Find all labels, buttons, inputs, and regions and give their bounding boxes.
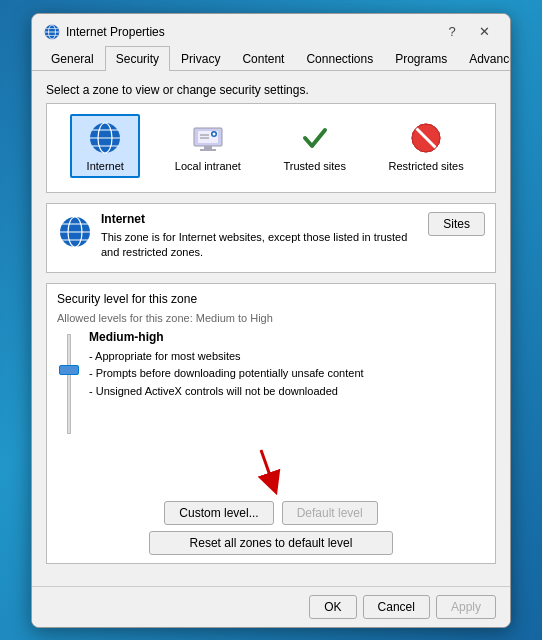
tab-advanced[interactable]: Advanced [458, 46, 511, 71]
arrow-indicator [57, 442, 485, 497]
window-title: Internet Properties [66, 25, 165, 39]
security-content: Medium-high - Appropriate for most websi… [57, 330, 485, 434]
restricted-sites-zone-label: Restricted sites [389, 160, 464, 172]
default-level-button[interactable]: Default level [282, 501, 378, 525]
zones-grid: Internet Local intranet [57, 114, 485, 178]
internet-zone-icon [87, 120, 123, 156]
bullet-3: - Unsigned ActiveX controls will not be … [89, 383, 485, 401]
internet-properties-dialog: Internet Properties ? ✕ General Security… [31, 13, 511, 628]
title-bar: Internet Properties ? ✕ [32, 14, 510, 46]
bullet-2: - Prompts before downloading potentially… [89, 365, 485, 383]
slider-thumb [59, 365, 79, 375]
sites-button[interactable]: Sites [428, 212, 485, 236]
zone-description-box: Internet This zone is for Internet websi… [46, 203, 496, 273]
reset-all-zones-button[interactable]: Reset all zones to default level [149, 531, 394, 555]
security-level-title: Security level for this zone [57, 292, 485, 306]
tab-privacy[interactable]: Privacy [170, 46, 231, 71]
zone-restricted-sites[interactable]: Restricted sites [381, 114, 472, 178]
help-button[interactable]: ? [438, 22, 466, 42]
local-intranet-zone-label: Local intranet [175, 160, 241, 172]
tab-security[interactable]: Security [105, 46, 170, 71]
title-controls: ? ✕ [438, 22, 498, 42]
security-bullets: - Appropriate for most websites - Prompt… [89, 348, 485, 401]
zones-section-label: Select a zone to view or change security… [46, 83, 496, 97]
security-level-name: Medium-high [89, 330, 485, 344]
ok-button[interactable]: OK [309, 595, 356, 619]
arrow-svg [241, 442, 301, 497]
zone-local-intranet[interactable]: Local intranet [167, 114, 249, 178]
security-level-box: Security level for this zone Allowed lev… [46, 283, 496, 564]
svg-rect-12 [204, 146, 212, 149]
trusted-sites-zone-label: Trusted sites [283, 160, 346, 172]
restricted-sites-zone-icon [408, 120, 444, 156]
dialog-footer: OK Cancel Apply [32, 586, 510, 627]
tab-content[interactable]: Content [231, 46, 295, 71]
zone-trusted-sites[interactable]: Trusted sites [275, 114, 354, 178]
title-bar-left: Internet Properties [44, 24, 165, 40]
tab-content-area: Select a zone to view or change security… [32, 71, 510, 586]
apply-button[interactable]: Apply [436, 595, 496, 619]
security-allowed-label: Allowed levels for this zone: Medium to … [57, 312, 485, 324]
zone-desc-right: Sites [428, 212, 485, 236]
security-info: Medium-high - Appropriate for most websi… [89, 330, 485, 401]
trusted-sites-zone-icon [297, 120, 333, 156]
zone-internet[interactable]: Internet [70, 114, 140, 178]
svg-line-27 [261, 450, 273, 484]
internet-zone-label: Internet [87, 160, 124, 172]
security-buttons-row: Custom level... Default level [57, 501, 485, 525]
tab-bar: General Security Privacy Content Connect… [32, 46, 510, 71]
reset-row: Reset all zones to default level [57, 531, 485, 555]
local-intranet-zone-icon [190, 120, 226, 156]
zone-desc-icon [57, 214, 93, 250]
close-button[interactable]: ✕ [470, 22, 498, 42]
tab-programs[interactable]: Programs [384, 46, 458, 71]
cancel-button[interactable]: Cancel [363, 595, 430, 619]
slider-track [67, 334, 71, 434]
zone-desc-paragraph: This zone is for Internet websites, exce… [101, 230, 420, 261]
tab-connections[interactable]: Connections [295, 46, 384, 71]
security-slider[interactable] [57, 334, 81, 434]
zone-desc-text: Internet This zone is for Internet websi… [101, 212, 420, 261]
custom-level-button[interactable]: Custom level... [164, 501, 273, 525]
svg-point-15 [212, 132, 215, 135]
zone-desc-title: Internet [101, 212, 420, 226]
bullet-1: - Appropriate for most websites [89, 348, 485, 366]
tab-general[interactable]: General [40, 46, 105, 71]
app-icon [44, 24, 60, 40]
svg-rect-13 [200, 149, 216, 151]
zones-box: Internet Local intranet [46, 103, 496, 193]
